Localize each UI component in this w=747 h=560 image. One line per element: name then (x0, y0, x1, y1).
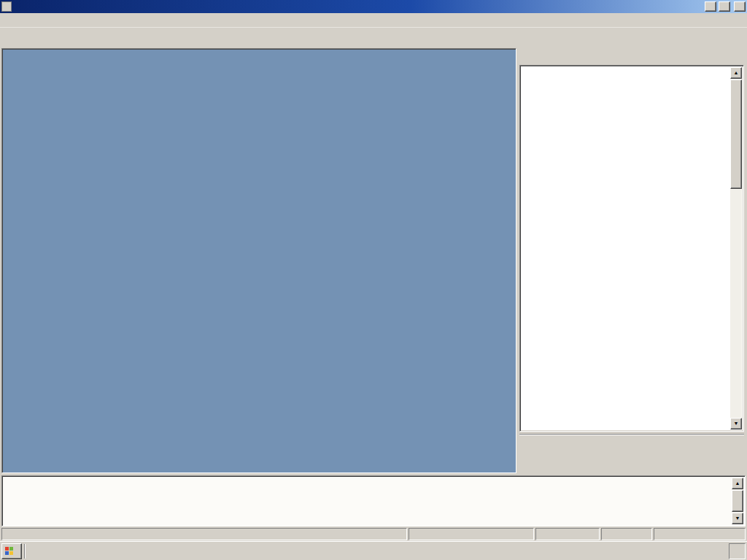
maximize-button[interactable] (719, 1, 730, 12)
preset-actions (519, 434, 744, 473)
menubar (0, 13, 747, 27)
scroll-up-icon[interactable]: ▲ (732, 478, 743, 489)
scroll-up-icon[interactable]: ▲ (730, 67, 742, 79)
tree-scrollbar-thumb[interactable] (730, 79, 742, 189)
status-camera (409, 528, 534, 540)
status-empty-pane (601, 528, 652, 540)
start-button[interactable] (1, 543, 22, 559)
minimize-button[interactable] (705, 1, 716, 12)
titlebar (0, 0, 747, 13)
app-icon[interactable] (1, 1, 12, 12)
toolbar (0, 27, 747, 48)
scroll-down-icon[interactable]: ▼ (730, 418, 742, 429)
windows-logo-icon (5, 547, 13, 555)
taskbar-divider (24, 544, 26, 559)
status-frame (535, 528, 600, 540)
statusbar (0, 526, 747, 541)
log-scrollbar[interactable]: ▲ ▼ (732, 478, 743, 524)
app-window: ▲ ▼ ▲ ▼ (0, 0, 747, 560)
close-button[interactable] (734, 1, 746, 12)
status-polys (654, 528, 746, 540)
output-log[interactable]: ▲ ▼ (1, 475, 746, 526)
main-area: ▲ ▼ (0, 48, 747, 475)
system-tray (729, 543, 746, 559)
scroll-down-icon[interactable]: ▼ (732, 513, 743, 524)
preset-tree[interactable]: ▲ ▼ (519, 65, 744, 432)
taskbar (0, 541, 747, 560)
tree-scrollbar[interactable]: ▲ ▼ (730, 67, 742, 429)
presets-panel: ▲ ▼ (518, 48, 747, 475)
viewport[interactable] (1, 48, 516, 473)
panel-tabs (519, 50, 744, 65)
status-ready (1, 528, 407, 540)
log-scrollbar-thumb[interactable] (732, 490, 743, 512)
